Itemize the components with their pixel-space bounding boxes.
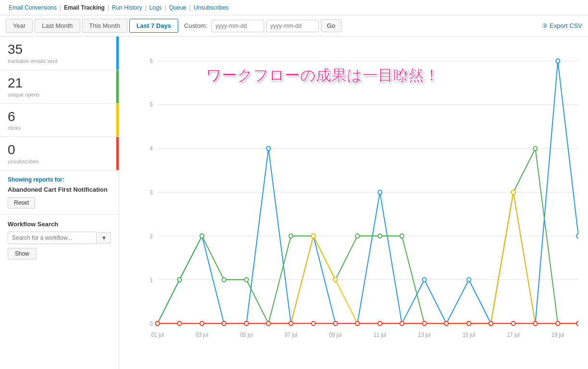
- dot-red: [422, 321, 426, 326]
- reports-label: Showing reports for:: [8, 176, 111, 183]
- dot-yellow: [333, 278, 337, 282]
- export-csv-button[interactable]: ③ Export CSV: [542, 22, 582, 29]
- dot-red: [489, 321, 493, 326]
- svg-text:1: 1: [150, 277, 153, 283]
- workflow-search-input[interactable]: [8, 232, 97, 244]
- dot-red: [222, 321, 226, 326]
- stat-unsubscribes: 0 unsubscribes: [0, 137, 119, 171]
- svg-text:6: 6: [150, 58, 153, 64]
- show-button[interactable]: Show: [8, 248, 37, 259]
- reset-button[interactable]: Reset: [8, 197, 35, 209]
- dot-green: [533, 147, 537, 151]
- dot-blue: [556, 59, 560, 63]
- svg-text:13 jul: 13 jul: [418, 332, 430, 338]
- dot-blue: [422, 278, 426, 282]
- reports-value: Abandoned Cart First Notification: [8, 186, 111, 193]
- dot-red: [267, 321, 270, 326]
- dot-blue: [576, 234, 578, 238]
- tab-year[interactable]: Year: [6, 19, 33, 33]
- custom-label: Custom:: [184, 22, 207, 29]
- export-circle-icon: ③: [542, 22, 548, 29]
- nav-unsubscribes[interactable]: Unsubscribes: [191, 4, 232, 11]
- dot-blue: [467, 278, 471, 282]
- sidebar: 35 trackable emails sent 21 unique opens…: [0, 37, 119, 369]
- nav-email-tracking[interactable]: Email Tracking: [61, 4, 108, 11]
- chart-container: 0 1 2 3 4 5 6 01 jul 03 jul 05 jul 07 ju…: [138, 44, 578, 350]
- nav-run-history[interactable]: Run History: [109, 4, 145, 11]
- svg-text:01 jul: 01 jul: [151, 332, 164, 338]
- stat-emails-sent: 35 trackable emails sent: [0, 37, 119, 70]
- svg-text:17 jul: 17 jul: [507, 332, 520, 338]
- stat-bar-opens: [116, 70, 119, 103]
- dot-red: [355, 321, 359, 326]
- dot-red: [378, 321, 382, 326]
- nav-queue[interactable]: Queue: [166, 4, 189, 11]
- workflow-title: Workflow Search: [8, 221, 111, 228]
- dot-yellow: [512, 190, 515, 195]
- svg-text:4: 4: [150, 146, 153, 152]
- dot-red: [178, 321, 182, 326]
- svg-text:03 jul: 03 jul: [196, 332, 208, 338]
- custom-date-end[interactable]: [266, 20, 319, 32]
- reports-section: Showing reports for: Abandoned Cart Firs…: [0, 171, 119, 215]
- dot-red: [200, 321, 204, 326]
- main-content: 35 trackable emails sent 21 unique opens…: [0, 37, 588, 369]
- dot-green: [378, 234, 382, 238]
- dot-green: [400, 234, 404, 238]
- dot-red: [333, 321, 337, 326]
- svg-text:09 jul: 09 jul: [329, 332, 342, 338]
- custom-date-start[interactable]: [211, 20, 264, 32]
- stat-clicks: 6 clicks: [0, 104, 119, 137]
- dot-red: [576, 321, 578, 326]
- tab-this-month[interactable]: This Month: [82, 19, 127, 33]
- dot-yellow: [311, 234, 315, 238]
- workflow-section: Workflow Search ▼ Show: [0, 215, 119, 265]
- svg-text:2: 2: [150, 233, 153, 239]
- dot-red: [289, 321, 293, 326]
- svg-text:07 jul: 07 jul: [285, 332, 297, 338]
- svg-text:05 jul: 05 jul: [240, 332, 253, 338]
- dot-blue: [267, 147, 270, 151]
- stat-bar-emails: [116, 37, 119, 70]
- dot-red: [512, 321, 515, 326]
- dot-red: [556, 321, 560, 326]
- stat-unique-opens: 21 unique opens: [0, 70, 119, 104]
- svg-text:15 jul: 15 jul: [463, 332, 475, 338]
- nav-logs[interactable]: Logs: [147, 4, 165, 11]
- chart-svg: 0 1 2 3 4 5 6 01 jul 03 jul 05 jul 07 ju…: [138, 44, 578, 350]
- dot-green: [355, 234, 359, 238]
- dot-green: [178, 278, 182, 282]
- svg-text:11 jul: 11 jul: [374, 332, 386, 338]
- period-bar: Year Last Month This Month Last 7 Days C…: [0, 15, 588, 37]
- dot-green: [222, 278, 226, 282]
- chart-area: ワークフローの成果は一目瞭然！ 0 1 2 3 4 5: [119, 37, 588, 369]
- workflow-search-wrap: ▼: [8, 232, 111, 244]
- dot-red: [444, 321, 448, 326]
- dot-green: [245, 278, 248, 282]
- dot-red: [156, 321, 159, 326]
- stat-bar-clicks: [116, 104, 119, 137]
- dot-green: [200, 234, 204, 238]
- stat-bar-unsubscribes: [116, 137, 119, 170]
- svg-text:19 jul: 19 jul: [551, 332, 564, 338]
- svg-text:0: 0: [150, 320, 153, 327]
- dot-red: [400, 321, 404, 326]
- dot-red: [533, 321, 537, 326]
- nav-email-conversions[interactable]: Email Conversions: [6, 4, 60, 11]
- workflow-search-dropdown[interactable]: ▼: [98, 232, 111, 244]
- svg-text:5: 5: [150, 102, 153, 108]
- series-yellow-line: [158, 192, 578, 323]
- dot-green: [289, 234, 293, 238]
- svg-text:3: 3: [150, 189, 153, 196]
- dot-red: [311, 321, 315, 326]
- dot-red: [467, 321, 471, 326]
- dot-red: [245, 321, 248, 326]
- tab-last-7-days[interactable]: Last 7 Days: [129, 19, 178, 33]
- tab-last-month[interactable]: Last Month: [35, 19, 80, 33]
- top-navigation: Email Conversions | Email Tracking | Run…: [0, 0, 588, 15]
- go-button[interactable]: Go: [321, 19, 342, 32]
- dot-blue: [378, 190, 382, 195]
